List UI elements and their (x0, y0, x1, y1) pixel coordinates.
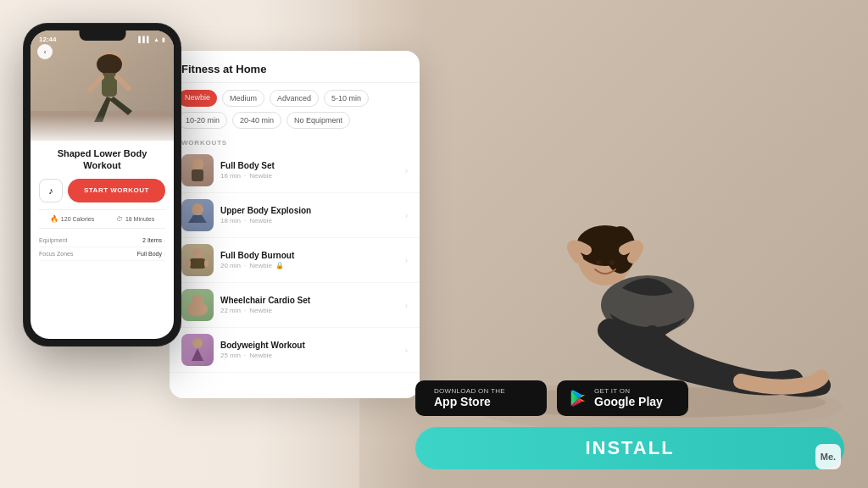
phone-workout-figure (31, 30, 174, 141)
workout-title: Shaped Lower Body Workout (39, 147, 165, 172)
workout-3-meta: 20 min · Newbie 🔒 (220, 262, 398, 269)
workout-item-4-info: Wheelchair Cardio Set 22 min · Newbie (220, 296, 398, 314)
workout-item-5[interactable]: Bodyweight Workout 25 min · Newbie › (170, 328, 420, 373)
download-section: Download on the App Store (415, 380, 688, 416)
workout-thumb-4 (181, 289, 214, 321)
workout-item-1[interactable]: Full Body Set 16 min · Newbie › (170, 148, 420, 193)
phone-mockup: 12:44 ▌▌▌ ▲ ▮ ‹ (24, 24, 181, 346)
app-panel: Fitness at Home Newbie Medium Advanced 5… (170, 51, 420, 398)
start-workout-button[interactable]: START WORKOUT (68, 179, 165, 202)
fire-icon: 🔥 (50, 215, 58, 223)
workout-5-meta: 25 min · Newbie (220, 352, 398, 359)
workout-item-2-info: Upper Body Explosion 18 min · Newbie (220, 206, 398, 225)
svg-rect-22 (186, 260, 191, 267)
equipment-row[interactable]: Equipment 2 Items › (39, 234, 165, 247)
app-store-title: App Store (434, 395, 505, 409)
svg-rect-16 (192, 169, 203, 181)
status-time: 12:44 (39, 36, 56, 43)
google-play-icon (569, 389, 587, 408)
app-store-subtitle: Download on the (434, 387, 505, 395)
workout-3-chevron: › (405, 256, 408, 265)
calories-stat: 🔥 120 Calories (50, 215, 94, 223)
workout-thumb-2 (181, 199, 214, 231)
panel-title: Fitness at Home (170, 51, 420, 83)
clock-icon: ⏱ (116, 215, 123, 223)
filter-newbie[interactable]: Newbie (178, 90, 217, 107)
signal-icon: ▌▌▌ (138, 36, 151, 42)
equipment-label: Equipment (39, 237, 67, 243)
workout-actions: ♪ START WORKOUT (39, 179, 165, 202)
phone-workout-image: ‹ (31, 30, 174, 141)
workout-stats: 🔥 120 Calories ⏱ 18 Minutes (39, 209, 165, 229)
workout-2-chevron: › (405, 211, 408, 220)
filter-5-10[interactable]: 5-10 min (324, 90, 369, 107)
focus-label: Focus Zones (39, 251, 73, 257)
install-button[interactable]: INSTALL (415, 427, 844, 469)
focus-row[interactable]: Focus Zones Full Body › (39, 247, 165, 261)
workout-4-meta: 22 min · Newbie (220, 307, 398, 314)
phone-content: Shaped Lower Body Workout ♪ START WORKOU… (31, 141, 174, 268)
svg-rect-23 (204, 260, 209, 267)
workout-3-name: Full Body Burnout (220, 251, 398, 260)
phone-screen: 12:44 ▌▌▌ ▲ ▮ ‹ (31, 30, 174, 339)
svg-point-20 (192, 248, 203, 258)
workout-2-meta: 18 min · Newbie (220, 217, 398, 225)
equipment-value: 2 Items › (142, 237, 165, 243)
battery-icon: ▮ (162, 36, 165, 43)
workout-1-meta: 16 min · Newbie (220, 172, 398, 180)
workout-item-3[interactable]: Full Body Burnout 20 min · Newbie 🔒 › (170, 238, 420, 283)
svg-point-6 (596, 260, 601, 265)
wifi-icon: ▲ (153, 36, 159, 42)
google-play-text: GET IT ON Google Play (594, 387, 663, 409)
filter-advanced[interactable]: Advanced (270, 90, 319, 107)
minutes-stat: ⏱ 18 Minutes (116, 215, 154, 223)
workout-4-chevron: › (405, 301, 408, 310)
equipment-chevron: › (164, 237, 165, 242)
app-store-button[interactable]: Download on the App Store (415, 380, 547, 416)
svg-rect-21 (190, 258, 205, 269)
filter-tabs: Newbie Medium Advanced 5-10 min 10-20 mi… (170, 83, 420, 136)
workout-1-name: Full Body Set (220, 161, 398, 170)
google-play-button[interactable]: GET IT ON Google Play (557, 380, 688, 416)
workout-item-1-info: Full Body Set 16 min · Newbie (220, 161, 398, 180)
lock-icon-3: 🔒 (275, 262, 284, 269)
workout-item-3-info: Full Body Burnout 20 min · Newbie 🔒 (220, 251, 398, 269)
svg-point-26 (192, 295, 203, 307)
install-label: INSTALL (585, 437, 674, 459)
google-play-subtitle: GET IT ON (594, 387, 663, 395)
workout-list: Full Body Set 16 min · Newbie › Upper Bo… (170, 148, 420, 373)
google-play-title: Google Play (594, 395, 663, 409)
workout-thumb-1 (181, 154, 214, 186)
svg-point-12 (97, 54, 122, 75)
workouts-section-label: WORKOUTS (170, 136, 420, 148)
workout-item-4[interactable]: Wheelchair Cardio Set 22 min · Newbie › (170, 283, 420, 328)
workout-5-name: Bodyweight Workout (220, 341, 398, 350)
workout-thumb-5 (181, 334, 214, 366)
filter-10-20[interactable]: 10-20 min (178, 112, 227, 129)
phone-back-button[interactable]: ‹ (37, 44, 53, 59)
svg-rect-10 (31, 111, 174, 141)
phone-frame: 12:44 ▌▌▌ ▲ ▮ ‹ (24, 24, 181, 346)
workout-4-name: Wheelchair Cardio Set (220, 296, 398, 305)
status-icons: ▌▌▌ ▲ ▮ (138, 36, 165, 43)
svg-point-15 (192, 158, 203, 170)
focus-chevron: › (164, 251, 165, 256)
svg-point-28 (192, 338, 203, 348)
music-button[interactable]: ♪ (39, 179, 63, 202)
filter-medium[interactable]: Medium (222, 90, 264, 107)
app-store-text: Download on the App Store (434, 387, 505, 409)
workout-thumb-3 (181, 244, 214, 276)
svg-point-7 (609, 260, 615, 265)
workout-5-chevron: › (405, 346, 408, 355)
focus-value: Full Body › (137, 251, 165, 257)
workout-item-2[interactable]: Upper Body Explosion 18 min · Newbie › (170, 193, 420, 238)
me-logo: Me. (815, 444, 841, 469)
workout-item-5-info: Bodyweight Workout 25 min · Newbie (220, 341, 398, 359)
workout-2-name: Upper Body Explosion (220, 206, 398, 215)
svg-point-18 (192, 203, 203, 215)
phone-notch (79, 30, 125, 41)
workout-1-chevron: › (405, 166, 408, 175)
filter-no-equipment[interactable]: No Equipment (287, 112, 350, 129)
filter-20-40[interactable]: 20-40 min (232, 112, 281, 129)
